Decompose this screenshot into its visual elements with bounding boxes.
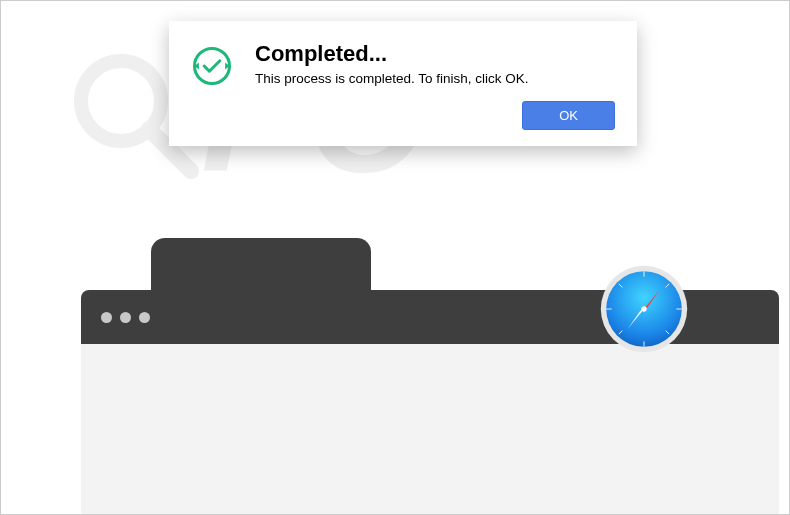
ok-button[interactable]: OK [522,101,615,130]
dialog-message: This process is completed. To finish, cl… [255,71,615,86]
browser-tab [151,238,371,298]
svg-point-0 [81,61,161,141]
checkmark-circle-icon [191,45,233,87]
safari-icon [599,264,689,354]
svg-point-15 [641,306,646,311]
window-control-dot [101,312,112,323]
dialog-title: Completed... [255,41,615,67]
window-control-dot [120,312,131,323]
svg-point-16 [195,49,230,84]
window-control-dot [139,312,150,323]
window-controls [101,312,150,323]
browser-viewport [81,344,779,514]
completion-dialog: Completed... This process is completed. … [169,21,637,146]
